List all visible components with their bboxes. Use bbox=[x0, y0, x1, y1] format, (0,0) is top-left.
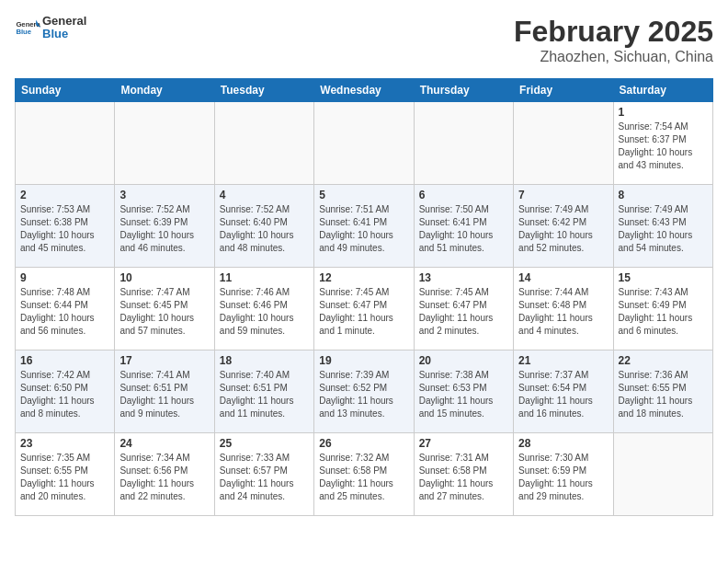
calendar-header-row: SundayMondayTuesdayWednesdayThursdayFrid… bbox=[16, 79, 713, 102]
calendar-cell: 4Sunrise: 7:52 AM Sunset: 6:40 PM Daylig… bbox=[214, 185, 313, 268]
day-number: 4 bbox=[220, 189, 309, 201]
logo-blue: Blue bbox=[42, 28, 86, 40]
calendar-cell: 11Sunrise: 7:46 AM Sunset: 6:46 PM Dayli… bbox=[214, 268, 313, 350]
day-info: Sunrise: 7:46 AM Sunset: 6:46 PM Dayligh… bbox=[220, 286, 309, 338]
day-number: 25 bbox=[220, 437, 309, 450]
day-number: 7 bbox=[518, 189, 608, 201]
day-number: 10 bbox=[119, 271, 209, 284]
calendar-cell: 19Sunrise: 7:39 AM Sunset: 6:52 PM Dayli… bbox=[314, 350, 414, 433]
day-info: Sunrise: 7:52 AM Sunset: 6:40 PM Dayligh… bbox=[220, 203, 309, 255]
day-number: 9 bbox=[20, 271, 109, 284]
calendar-cell: 25Sunrise: 7:33 AM Sunset: 6:57 PM Dayli… bbox=[214, 433, 313, 516]
day-info: Sunrise: 7:33 AM Sunset: 6:57 PM Dayligh… bbox=[220, 452, 309, 503]
calendar-cell: 27Sunrise: 7:31 AM Sunset: 6:58 PM Dayli… bbox=[414, 433, 513, 516]
calendar-cell bbox=[414, 102, 513, 185]
day-info: Sunrise: 7:50 AM Sunset: 6:41 PM Dayligh… bbox=[419, 203, 508, 255]
weekday-header-tuesday: Tuesday bbox=[214, 79, 313, 102]
day-info: Sunrise: 7:51 AM Sunset: 6:41 PM Dayligh… bbox=[319, 203, 408, 255]
month-title: February 2025 bbox=[514, 15, 713, 49]
day-number: 17 bbox=[119, 354, 209, 367]
calendar-cell bbox=[115, 102, 214, 185]
calendar-cell: 28Sunrise: 7:30 AM Sunset: 6:59 PM Dayli… bbox=[514, 433, 613, 516]
calendar-week-row: 9Sunrise: 7:48 AM Sunset: 6:44 PM Daylig… bbox=[16, 268, 713, 350]
day-number: 28 bbox=[518, 437, 608, 450]
calendar-cell: 14Sunrise: 7:44 AM Sunset: 6:48 PM Dayli… bbox=[514, 268, 613, 350]
day-info: Sunrise: 7:40 AM Sunset: 6:51 PM Dayligh… bbox=[220, 369, 309, 420]
location-title: Zhaozhen, Sichuan, China bbox=[514, 49, 713, 65]
day-info: Sunrise: 7:34 AM Sunset: 6:56 PM Dayligh… bbox=[119, 452, 209, 503]
day-number: 19 bbox=[319, 354, 408, 367]
day-number: 5 bbox=[319, 189, 408, 201]
day-number: 15 bbox=[619, 271, 708, 284]
calendar-cell bbox=[214, 102, 313, 185]
calendar-cell bbox=[514, 102, 613, 185]
day-number: 24 bbox=[119, 437, 209, 450]
day-number: 18 bbox=[220, 354, 309, 367]
calendar-cell: 26Sunrise: 7:32 AM Sunset: 6:58 PM Dayli… bbox=[314, 433, 414, 516]
calendar-week-row: 2Sunrise: 7:53 AM Sunset: 6:38 PM Daylig… bbox=[16, 185, 713, 268]
calendar-cell: 23Sunrise: 7:35 AM Sunset: 6:55 PM Dayli… bbox=[16, 433, 115, 516]
calendar-week-row: 16Sunrise: 7:42 AM Sunset: 6:50 PM Dayli… bbox=[16, 350, 713, 433]
weekday-header-saturday: Saturday bbox=[613, 79, 712, 102]
calendar-cell: 5Sunrise: 7:51 AM Sunset: 6:41 PM Daylig… bbox=[314, 185, 414, 268]
calendar-cell: 15Sunrise: 7:43 AM Sunset: 6:49 PM Dayli… bbox=[613, 268, 712, 350]
day-info: Sunrise: 7:48 AM Sunset: 6:44 PM Dayligh… bbox=[20, 286, 109, 338]
calendar-week-row: 1Sunrise: 7:54 AM Sunset: 6:37 PM Daylig… bbox=[16, 102, 713, 185]
weekday-header-thursday: Thursday bbox=[414, 79, 513, 102]
day-info: Sunrise: 7:38 AM Sunset: 6:53 PM Dayligh… bbox=[419, 369, 508, 420]
svg-text:Blue: Blue bbox=[16, 28, 31, 36]
calendar-cell: 2Sunrise: 7:53 AM Sunset: 6:38 PM Daylig… bbox=[16, 185, 115, 268]
day-number: 21 bbox=[518, 354, 608, 367]
day-number: 23 bbox=[20, 437, 109, 450]
calendar-cell bbox=[16, 102, 115, 185]
day-number: 27 bbox=[419, 437, 508, 450]
day-number: 16 bbox=[20, 354, 109, 367]
day-info: Sunrise: 7:30 AM Sunset: 6:59 PM Dayligh… bbox=[518, 452, 608, 503]
day-number: 20 bbox=[419, 354, 508, 367]
calendar-cell: 21Sunrise: 7:37 AM Sunset: 6:54 PM Dayli… bbox=[514, 350, 613, 433]
day-info: Sunrise: 7:37 AM Sunset: 6:54 PM Dayligh… bbox=[518, 369, 608, 420]
title-section: February 2025 Zhaozhen, Sichuan, China bbox=[514, 15, 713, 65]
calendar-cell: 17Sunrise: 7:41 AM Sunset: 6:51 PM Dayli… bbox=[115, 350, 214, 433]
day-info: Sunrise: 7:45 AM Sunset: 6:47 PM Dayligh… bbox=[319, 286, 408, 338]
day-info: Sunrise: 7:35 AM Sunset: 6:55 PM Dayligh… bbox=[20, 452, 109, 503]
calendar-table: SundayMondayTuesdayWednesdayThursdayFrid… bbox=[15, 78, 713, 516]
day-info: Sunrise: 7:49 AM Sunset: 6:43 PM Dayligh… bbox=[619, 203, 708, 255]
day-info: Sunrise: 7:47 AM Sunset: 6:45 PM Dayligh… bbox=[119, 286, 209, 338]
day-number: 14 bbox=[518, 271, 608, 284]
calendar-week-row: 23Sunrise: 7:35 AM Sunset: 6:55 PM Dayli… bbox=[16, 433, 713, 516]
calendar-cell bbox=[314, 102, 414, 185]
calendar-cell: 24Sunrise: 7:34 AM Sunset: 6:56 PM Dayli… bbox=[115, 433, 214, 516]
calendar-body: 1Sunrise: 7:54 AM Sunset: 6:37 PM Daylig… bbox=[16, 102, 713, 516]
calendar-cell: 16Sunrise: 7:42 AM Sunset: 6:50 PM Dayli… bbox=[16, 350, 115, 433]
calendar-cell: 10Sunrise: 7:47 AM Sunset: 6:45 PM Dayli… bbox=[115, 268, 214, 350]
logo: General Blue General Blue bbox=[15, 15, 86, 41]
day-info: Sunrise: 7:31 AM Sunset: 6:58 PM Dayligh… bbox=[419, 452, 508, 503]
day-number: 22 bbox=[619, 354, 708, 367]
day-info: Sunrise: 7:45 AM Sunset: 6:47 PM Dayligh… bbox=[419, 286, 508, 338]
day-number: 11 bbox=[220, 271, 309, 284]
day-info: Sunrise: 7:44 AM Sunset: 6:48 PM Dayligh… bbox=[518, 286, 608, 338]
day-number: 3 bbox=[119, 189, 209, 201]
calendar-cell: 9Sunrise: 7:48 AM Sunset: 6:44 PM Daylig… bbox=[16, 268, 115, 350]
calendar-cell: 22Sunrise: 7:36 AM Sunset: 6:55 PM Dayli… bbox=[613, 350, 712, 433]
day-info: Sunrise: 7:43 AM Sunset: 6:49 PM Dayligh… bbox=[619, 286, 708, 338]
calendar-cell: 3Sunrise: 7:52 AM Sunset: 6:39 PM Daylig… bbox=[115, 185, 214, 268]
weekday-header-sunday: Sunday bbox=[16, 79, 115, 102]
day-info: Sunrise: 7:49 AM Sunset: 6:42 PM Dayligh… bbox=[518, 203, 608, 255]
calendar-cell: 20Sunrise: 7:38 AM Sunset: 6:53 PM Dayli… bbox=[414, 350, 513, 433]
day-number: 26 bbox=[319, 437, 408, 450]
day-info: Sunrise: 7:36 AM Sunset: 6:55 PM Dayligh… bbox=[619, 369, 708, 420]
calendar-cell: 13Sunrise: 7:45 AM Sunset: 6:47 PM Dayli… bbox=[414, 268, 513, 350]
calendar-cell: 12Sunrise: 7:45 AM Sunset: 6:47 PM Dayli… bbox=[314, 268, 414, 350]
day-info: Sunrise: 7:54 AM Sunset: 6:37 PM Dayligh… bbox=[619, 121, 708, 172]
day-info: Sunrise: 7:39 AM Sunset: 6:52 PM Dayligh… bbox=[319, 369, 408, 420]
calendar-cell: 8Sunrise: 7:49 AM Sunset: 6:43 PM Daylig… bbox=[613, 185, 712, 268]
day-number: 6 bbox=[419, 189, 508, 201]
weekday-header-monday: Monday bbox=[115, 79, 214, 102]
weekday-header-friday: Friday bbox=[514, 79, 613, 102]
day-number: 12 bbox=[319, 271, 408, 284]
day-info: Sunrise: 7:42 AM Sunset: 6:50 PM Dayligh… bbox=[20, 369, 109, 420]
calendar-cell bbox=[613, 433, 712, 516]
weekday-header-wednesday: Wednesday bbox=[314, 79, 414, 102]
